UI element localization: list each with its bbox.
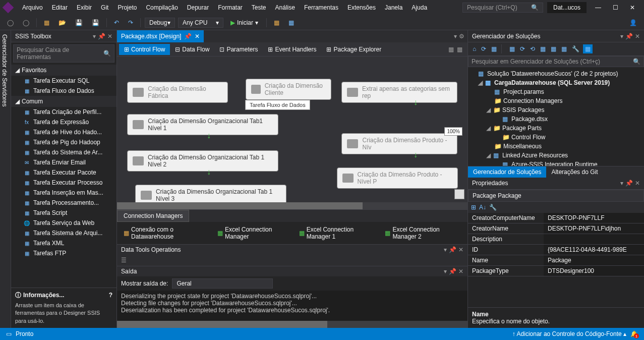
dropdown-icon[interactable]: ▾ [444, 268, 447, 275]
conn-item[interactable]: ▦Conexão com o Datawarehouse [119, 224, 212, 242]
toolbox-item[interactable]: ▦Tarefa Criação de Perfil... [11, 107, 116, 117]
task-org2[interactable]: Criação da Dimensão Organizacional Tab 1… [127, 150, 278, 172]
tab-package-explorer[interactable]: ⊞Package Explorer [321, 44, 386, 55]
dropdown-icon[interactable]: ▾ [454, 33, 457, 40]
feedback-icon[interactable]: 👤 [626, 18, 640, 27]
redo-icon[interactable]: ↷ [125, 18, 136, 27]
toolbar-icon[interactable]: ▦ [560, 44, 568, 53]
toolbar-icon[interactable]: ▦ [490, 44, 498, 53]
minimize-button[interactable]: — [591, 3, 606, 13]
pin-icon[interactable]: 📌 [98, 33, 105, 40]
undo-icon[interactable]: ↶ [111, 18, 122, 27]
config-dropdown[interactable]: Debug▾ [145, 18, 175, 28]
back-button[interactable]: ◯ [4, 18, 17, 27]
wrench-icon[interactable]: 🔧 [489, 204, 497, 211]
list-icon[interactable]: ☰ [121, 257, 127, 264]
task-categorias[interactable]: Extrai apenas as categorias sem rep [341, 82, 457, 103]
pin-icon[interactable]: 📌 [625, 180, 633, 187]
dropdown-icon[interactable]: ▾ [93, 33, 96, 40]
canvas-scrollbar[interactable] [117, 202, 467, 209]
toolbox-item[interactable]: ▦Tarefa Executar Pacote [11, 167, 116, 178]
toolbox-item[interactable]: ▦Tarefa Sistema de Arqui... [11, 228, 116, 238]
property-row[interactable]: Description [468, 234, 644, 245]
solution-search[interactable]: Pesquisar em Gerenciador de Soluções (Ct… [468, 56, 644, 67]
close-icon[interactable]: ✕ [458, 246, 463, 253]
toolbox-item[interactable]: ▦Tarefa Inserção em Mas... [11, 188, 116, 198]
categorized-icon[interactable]: ⊞ [471, 204, 476, 211]
task-org1[interactable]: Criação da Dimensão Organizacional Tab1 … [127, 114, 278, 135]
tree-item[interactable]: ▦Project.params [468, 87, 644, 96]
pin-icon[interactable]: 📌 [625, 33, 633, 40]
close-icon[interactable]: ✕ [635, 180, 640, 187]
toolbox-item[interactable]: ▦Tarefa Fluxo de Dados [11, 86, 116, 96]
menu-formatar[interactable]: Formatar [214, 2, 247, 13]
menu-compilacao[interactable]: Compilação [142, 2, 182, 13]
platform-dropdown[interactable]: Any CPU▾ [178, 18, 223, 28]
tree-item[interactable]: 📁Miscellaneous [468, 142, 644, 151]
toolbar-icon[interactable]: ▦ [539, 44, 547, 53]
output-source-dropdown[interactable]: Geral [172, 278, 273, 289]
wrench-icon[interactable]: 🔧 [570, 44, 581, 53]
toolbox-item[interactable]: ▦Tarefa Processamento... [11, 198, 116, 208]
toolbox-icon[interactable]: ▦ [457, 46, 462, 53]
menu-arquivo[interactable]: Arquivo [18, 2, 47, 13]
toolbox-item[interactable]: 🌐Tarefa Serviço da Web [11, 218, 116, 228]
properties-object-selector[interactable]: Package Package [468, 190, 644, 202]
help-icon[interactable]: ? [109, 292, 112, 299]
chevron-down-icon[interactable]: ◢ [486, 106, 491, 114]
menu-janela[interactable]: Janela [381, 2, 406, 13]
variables-icon[interactable]: ▦ [448, 46, 454, 53]
pin-icon[interactable]: 📌 [184, 33, 192, 40]
conn-mgr-header[interactable]: Connection Managers [117, 210, 189, 222]
notification-icon[interactable]: 🔔1 [630, 330, 638, 337]
start-button[interactable]: ▶Iniciar▾ [226, 18, 262, 27]
toolbox-item[interactable]: ▦Tarefa Executar Processo [11, 178, 116, 188]
design-canvas[interactable]: Criação da Dimensão Fábrica Criação da D… [117, 56, 467, 202]
toolbar-icon-2[interactable]: ▦ [285, 18, 297, 27]
menu-depurar[interactable]: Depurar [183, 2, 213, 13]
property-row[interactable]: NamePackage [468, 255, 644, 266]
toolbox-item[interactable]: ▦Tarefa de Pig do Hadoop [11, 137, 116, 147]
solution-node[interactable]: ▦Solução 'DatawerehouseSucos' (2 de 2 pr… [468, 69, 644, 78]
fit-view-icon[interactable] [454, 189, 464, 199]
tree-item[interactable]: ◢📁SSIS Packages [468, 105, 644, 115]
menu-ferramentas[interactable]: Ferramentas [300, 2, 342, 13]
maximize-button[interactable]: ☐ [608, 3, 623, 13]
tab-event-handlers[interactable]: ⊞Event Handlers [263, 44, 321, 55]
tree-item[interactable]: 📁Connection Managers [468, 96, 644, 105]
category-comum[interactable]: ◢Comum [11, 96, 116, 107]
close-icon[interactable]: ✕ [107, 33, 112, 40]
tab-data-flow[interactable]: ⊟Data Flow [170, 44, 214, 55]
conn-item[interactable]: ▦Excel Connection Manager [213, 224, 294, 242]
project-node[interactable]: ◢▦CargaDatawarehouse (SQL Server 2019) [468, 78, 644, 87]
tree-item[interactable]: ◢📁Package Parts [468, 124, 644, 133]
dropdown-icon[interactable]: ▾ [444, 246, 447, 253]
toolbar-icon[interactable]: ▦ [508, 44, 516, 53]
new-project-icon[interactable]: ▦ [41, 18, 52, 27]
toolbar-icon[interactable]: ▦ [583, 44, 593, 53]
tree-item-package[interactable]: ▦Package.dtsx [468, 115, 644, 124]
menu-teste[interactable]: Teste [248, 2, 270, 13]
output-scrollbar[interactable] [117, 321, 467, 328]
dropdown-icon[interactable]: ▾ [620, 33, 623, 40]
category-favoritos[interactable]: ◢Favoritos [11, 65, 116, 76]
menu-git[interactable]: Git [97, 2, 112, 13]
chevron-down-icon[interactable]: ◢ [486, 152, 491, 159]
sync-icon[interactable]: ⟳ [480, 44, 488, 53]
task-fabrica[interactable]: Criação da Dimensão Fábrica [127, 82, 228, 103]
menu-extensoes[interactable]: Extensões [343, 2, 380, 13]
property-row[interactable]: PackageTypeDTSDesigner100 [468, 266, 644, 276]
toolbox-item[interactable]: fxTarefa de Expressão [11, 117, 116, 127]
doc-tab-package[interactable]: Package.dtsx [Design] 📌 ✕ [117, 30, 204, 42]
refresh-icon[interactable]: ⟳ [518, 44, 526, 53]
toolbox-item[interactable]: ▦Tarefa Script [11, 208, 116, 218]
toolbox-item[interactable]: ▦Tarefa Executar SQL [11, 76, 116, 86]
close-icon[interactable]: ✕ [635, 33, 640, 40]
tree-item[interactable]: 📁Control Flow [468, 133, 644, 142]
server-explorer-tab[interactable]: Gerenciador de Servidores [0, 30, 11, 328]
gear-icon[interactable]: ⚙ [459, 33, 464, 40]
toolbox-item[interactable]: ▦Tarefa de Hive do Hado... [11, 127, 116, 137]
task-prod-nivelp[interactable]: Criação da Dimensão Produto - Nível P [337, 167, 458, 189]
toolbox-item[interactable]: ▦Tarefa XML [11, 238, 116, 248]
menu-ajuda[interactable]: Ajuda [407, 2, 431, 13]
